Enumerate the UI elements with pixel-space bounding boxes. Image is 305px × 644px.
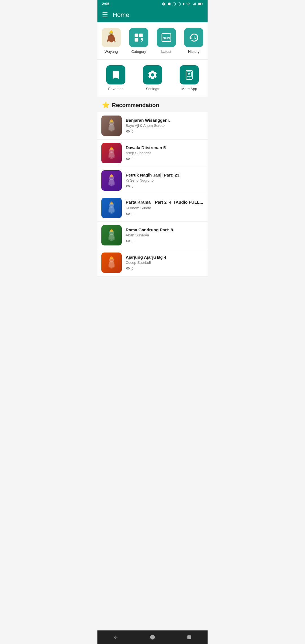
svg-point-40 bbox=[111, 201, 112, 203]
svg-marker-9 bbox=[107, 36, 116, 43]
back-icon bbox=[113, 635, 118, 640]
views-icon bbox=[126, 130, 130, 133]
menu-button[interactable]: ☰ bbox=[102, 11, 108, 19]
favorites-icon bbox=[110, 69, 121, 80]
settings-icon bbox=[147, 69, 158, 80]
list-meta: 0 bbox=[126, 239, 204, 243]
svg-marker-43 bbox=[108, 234, 115, 241]
status-time: 2:05 bbox=[102, 2, 109, 6]
eye-icon bbox=[126, 266, 130, 271]
list-meta: 0 bbox=[126, 129, 204, 134]
recommendation-header: ⭐ Recommendation bbox=[97, 97, 208, 112]
list-subtitle: Asep Sunandar bbox=[126, 151, 204, 155]
bottom-bar bbox=[97, 630, 208, 644]
thumbnail-artwork bbox=[105, 119, 118, 132]
recommendation-title: Recommendation bbox=[112, 102, 159, 108]
svg-point-50 bbox=[111, 256, 112, 258]
nav-item-history[interactable]: History bbox=[180, 26, 208, 56]
favorites-icon-wrap bbox=[106, 65, 125, 84]
nav-label-category: Category bbox=[131, 49, 146, 54]
moreapp-icon-wrap bbox=[180, 65, 199, 84]
nav-item-wayang[interactable]: Wayang bbox=[97, 26, 125, 56]
list-title: Parta Krama Part 2_4（Audio FULL... bbox=[126, 200, 204, 205]
wayang-icon bbox=[104, 31, 118, 45]
list-meta: 0 bbox=[126, 266, 204, 271]
nav-item-settings[interactable]: Settings bbox=[134, 63, 171, 93]
nav-label-moreapp: More App bbox=[181, 87, 197, 91]
list-title: Ajarjung Ajarju Bg 4 bbox=[126, 255, 204, 260]
views-icon bbox=[126, 239, 130, 243]
list-title: Petruk Nagih Janji Part: 23. bbox=[126, 173, 204, 177]
status-icons bbox=[162, 2, 203, 6]
svg-point-20 bbox=[189, 78, 189, 79]
svg-point-1 bbox=[173, 3, 176, 5]
circle-icon-1 bbox=[167, 2, 171, 6]
list-thumbnail bbox=[101, 253, 122, 273]
nav-label-latest: Latest bbox=[161, 49, 171, 54]
list-thumbnail bbox=[101, 116, 122, 136]
nav-item-category[interactable]: Category bbox=[125, 26, 153, 56]
history-icon-wrap bbox=[184, 28, 203, 47]
home-button[interactable] bbox=[146, 633, 159, 641]
list-item[interactable]: Banjaran Wisanggeni. Bayu Aji & Anom Sur… bbox=[97, 112, 208, 140]
views-icon bbox=[126, 267, 130, 270]
list-thumbnail bbox=[101, 143, 122, 163]
latest-icon-wrap: NEW bbox=[157, 28, 176, 47]
list-subtitle: Ki Seno Nugroho bbox=[126, 178, 204, 182]
list-item[interactable]: Petruk Nagih Janji Part: 23. Ki Seno Nug… bbox=[97, 167, 208, 194]
thumbnail-artwork bbox=[105, 201, 118, 215]
svg-marker-38 bbox=[108, 207, 115, 213]
battery-icon bbox=[198, 2, 203, 6]
list-info: Parta Krama Part 2_4（Audio FULL... Ki An… bbox=[126, 200, 204, 216]
eye-icon bbox=[126, 184, 130, 189]
nav-item-latest[interactable]: NEW Latest bbox=[152, 26, 180, 56]
svg-rect-14 bbox=[139, 34, 143, 37]
nav-item-favorites[interactable]: Favorites bbox=[97, 63, 134, 93]
recommendation-list: Banjaran Wisanggeni. Bayu Aji & Anom Sur… bbox=[97, 112, 208, 277]
list-item[interactable]: Dawala Diistrenan 5 Asep Sunandar 0 bbox=[97, 140, 208, 167]
settings-status-icon bbox=[162, 2, 166, 6]
nav-label-history: History bbox=[188, 49, 199, 54]
svg-rect-13 bbox=[135, 34, 138, 37]
recents-button[interactable] bbox=[183, 633, 195, 641]
back-button[interactable] bbox=[110, 633, 122, 641]
list-thumbnail bbox=[101, 225, 122, 245]
toolbar: ☰ Home bbox=[97, 8, 208, 22]
eye-icon bbox=[126, 212, 130, 216]
view-count: 0 bbox=[132, 212, 134, 216]
list-item[interactable]: Ajarjung Ajarju Bg 4 Cecep Supriadi 0 bbox=[97, 249, 208, 277]
recents-icon bbox=[187, 635, 191, 639]
views-icon bbox=[126, 157, 130, 160]
view-count: 0 bbox=[132, 267, 134, 271]
nav-row-2: Favorites Settings More App bbox=[97, 60, 208, 97]
thumbnail-artwork bbox=[105, 174, 118, 187]
list-item[interactable]: Parta Krama Part 2_4（Audio FULL... Ki An… bbox=[97, 194, 208, 222]
view-count: 0 bbox=[132, 184, 134, 188]
wayang-icon-wrap bbox=[102, 28, 121, 47]
svg-rect-15 bbox=[135, 38, 138, 42]
list-meta: 0 bbox=[126, 212, 204, 216]
view-count: 0 bbox=[132, 239, 134, 243]
latest-icon: NEW bbox=[161, 32, 172, 43]
svg-point-25 bbox=[111, 119, 112, 121]
list-info: Petruk Nagih Janji Part: 23. Ki Seno Nug… bbox=[126, 173, 204, 189]
svg-marker-23 bbox=[108, 125, 115, 131]
circle-icon-2 bbox=[173, 2, 176, 6]
eye-icon bbox=[126, 129, 130, 134]
category-icon-wrap bbox=[129, 28, 148, 47]
eye-icon bbox=[126, 157, 130, 161]
list-meta: 0 bbox=[126, 157, 204, 161]
wifi-icon bbox=[186, 2, 191, 6]
thumbnail-artwork bbox=[105, 256, 118, 269]
svg-rect-5 bbox=[198, 3, 201, 5]
dot-icon bbox=[183, 3, 184, 5]
list-info: Rama Gandrung Part: 8. Abah Sunarya 0 bbox=[126, 227, 204, 243]
status-bar: 2:05 bbox=[97, 0, 208, 8]
circle-icon-3 bbox=[178, 2, 181, 6]
list-thumbnail bbox=[101, 170, 122, 191]
list-item[interactable]: Rama Gandrung Part: 8. Abah Sunarya 0 bbox=[97, 222, 208, 249]
svg-point-35 bbox=[111, 174, 112, 175]
nav-label-settings: Settings bbox=[146, 87, 159, 91]
nav-item-moreapp[interactable]: More App bbox=[171, 63, 208, 93]
thumbnail-artwork bbox=[105, 229, 118, 242]
